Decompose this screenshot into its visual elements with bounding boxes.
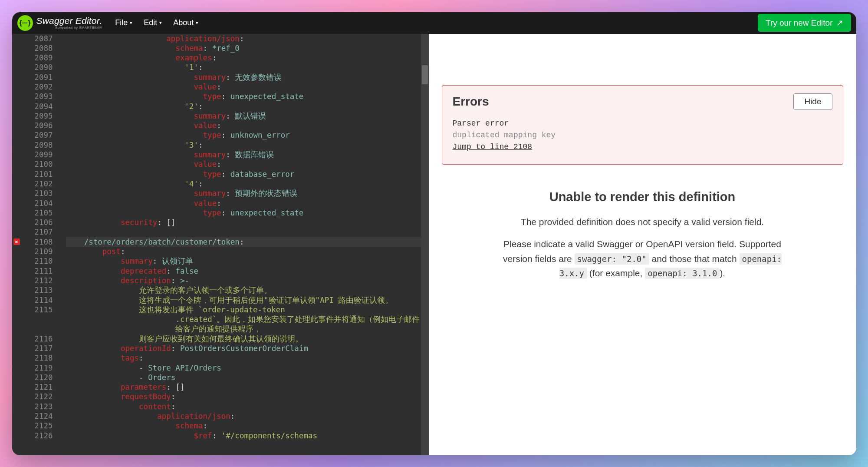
code-line[interactable]: summary: 默认错误 — [66, 111, 429, 121]
render-error-message: Unable to render this definition The pro… — [442, 190, 843, 281]
app-title: Swagger Editor. — [36, 16, 102, 25]
error-item: Parser error duplicated mapping key Jump… — [453, 118, 832, 153]
jump-to-line-link[interactable]: Jump to line 2108 — [453, 141, 832, 153]
line-number: 2113 — [12, 285, 53, 295]
scrollbar-thumb[interactable] — [422, 65, 428, 84]
app-window: {···} Swagger Editor. Supported by SMART… — [12, 12, 856, 455]
app-subtitle: Supported by SMARTBEAR — [36, 26, 102, 30]
code-line[interactable]: /store/orders/batch/customer/token: — [66, 237, 429, 247]
code-line[interactable]: schema: — [66, 421, 429, 431]
line-number: 2114 — [12, 295, 53, 305]
line-number: 2092 — [12, 82, 53, 92]
line-number — [12, 324, 53, 334]
code-line[interactable]: deprecated: false — [66, 266, 429, 276]
code-line[interactable]: value: — [66, 82, 429, 92]
code-swagger-2: swagger: "2.0" — [575, 253, 649, 265]
code-line[interactable]: '3': — [66, 140, 429, 150]
menu-about[interactable]: About — [173, 18, 198, 27]
code-line[interactable]: tags: — [66, 353, 429, 363]
line-number: 2119 — [12, 363, 53, 373]
code-line[interactable]: security: [] — [66, 218, 429, 227]
code-line[interactable]: schema: *ref_0 — [66, 43, 429, 53]
error-type: Parser error — [453, 118, 832, 129]
code-line[interactable]: content: — [66, 402, 429, 411]
line-number: 2111 — [12, 266, 53, 276]
line-number: 2102 — [12, 179, 53, 189]
code-line[interactable]: 这将生成一个令牌，可用于稍后使用"验证订单认领"API 路由验证认领。 — [66, 295, 429, 305]
code-line[interactable]: summary: 数据库错误 — [66, 150, 429, 159]
line-number: 2093 — [12, 92, 53, 101]
line-number: 2101 — [12, 169, 53, 179]
code-line[interactable]: '2': — [66, 102, 429, 111]
line-number: 2095 — [12, 111, 53, 121]
code-line[interactable]: requestBody: — [66, 392, 429, 401]
topbar: {···} Swagger Editor. Supported by SMART… — [12, 12, 856, 34]
line-number: 2120 — [12, 373, 53, 382]
line-number: 2090 — [12, 63, 53, 72]
code-line[interactable]: '4': — [66, 179, 429, 189]
code-line[interactable]: 这也将发出事件 `order-update-token — [66, 305, 429, 315]
line-number: 2094 — [12, 102, 53, 111]
line-number: 2096 — [12, 121, 53, 130]
code-line[interactable]: post: — [66, 247, 429, 256]
code-line[interactable]: .created`。因此，如果您安装了处理此事件并将通知（例如电子邮件）发送 — [66, 315, 429, 324]
code-line[interactable]: operationId: PostOrdersCustomerOrderClai… — [66, 344, 429, 353]
code-line[interactable]: examples: — [66, 53, 429, 63]
code-openapi-310: openapi: 3.1.0 — [645, 268, 720, 279]
render-error-p2: Please indicate a valid Swagger or OpenA… — [495, 237, 790, 281]
line-number: 2100 — [12, 159, 53, 169]
code-line[interactable]: summary: 认领订单 — [66, 256, 429, 266]
code-line[interactable]: 给客户的通知提供程序， — [66, 324, 429, 334]
code-line[interactable]: - Store API/Orders — [66, 363, 429, 373]
code-line[interactable]: $ref: '#/components/schemas — [66, 431, 429, 441]
line-number: 2104 — [12, 199, 53, 208]
line-number: 2099 — [12, 150, 53, 159]
try-new-editor-button[interactable]: Try our new Editor ↗ — [758, 14, 851, 32]
code-line[interactable]: description: >- — [66, 276, 429, 285]
code-line[interactable]: - Orders — [66, 373, 429, 382]
line-number: 2105 — [12, 208, 53, 218]
code-line[interactable]: parameters: [] — [66, 382, 429, 392]
menu-edit[interactable]: Edit — [144, 18, 162, 27]
code-line[interactable]: application/json: — [66, 34, 429, 43]
code-line[interactable]: summary: 无效参数错误 — [66, 73, 429, 82]
line-number: 2124 — [12, 411, 53, 421]
code-line[interactable]: value: — [66, 199, 429, 208]
code-line[interactable]: summary: 预期外的状态错误 — [66, 189, 429, 198]
line-number: 2126 — [12, 431, 53, 441]
code-editor[interactable]: 2087208820892090209120922093209420952096… — [12, 34, 429, 455]
code-line[interactable]: type: unexpected_state — [66, 92, 429, 101]
swagger-logo-icon: {···} — [17, 15, 33, 31]
line-number: 2122 — [12, 392, 53, 401]
code-line[interactable]: type: unknown_error — [66, 130, 429, 140]
code-line[interactable]: value: — [66, 159, 429, 169]
line-number: 2125 — [12, 421, 53, 431]
code-line[interactable] — [66, 227, 429, 237]
line-number: 2121 — [12, 382, 53, 392]
line-number: 2098 — [12, 140, 53, 150]
logo-text: Swagger Editor. Supported by SMARTBEAR — [36, 16, 102, 30]
code-line[interactable]: 则客户应收到有关如何最终确认其认领的说明。 — [66, 334, 429, 344]
line-number: 2097 — [12, 130, 53, 140]
code-line[interactable]: application/json: — [66, 411, 429, 421]
line-number: 2110 — [12, 256, 53, 266]
line-number: 2109 — [12, 247, 53, 256]
code-content[interactable]: application/json: schema: *ref_0 example… — [65, 34, 429, 455]
line-number: 2118 — [12, 353, 53, 363]
code-line[interactable]: type: unexpected_state — [66, 208, 429, 218]
line-number: 2089 — [12, 53, 53, 63]
menu-file[interactable]: File — [115, 18, 132, 27]
menu-bar: File Edit About — [115, 18, 198, 27]
code-line[interactable]: type: database_error — [66, 169, 429, 179]
hide-errors-button[interactable]: Hide — [793, 93, 832, 110]
line-number: 2103 — [12, 189, 53, 198]
code-line[interactable]: value: — [66, 121, 429, 130]
line-number: 2115 — [12, 305, 53, 315]
errors-title: Errors — [453, 95, 489, 109]
code-line[interactable]: '1': — [66, 63, 429, 72]
scrollbar-vertical[interactable] — [421, 34, 429, 455]
line-number: 2117 — [12, 344, 53, 353]
line-number: 2091 — [12, 73, 53, 82]
code-line[interactable]: 允许登录的客户认领一个或多个订单。 — [66, 285, 429, 295]
line-number: 2106 — [12, 218, 53, 227]
